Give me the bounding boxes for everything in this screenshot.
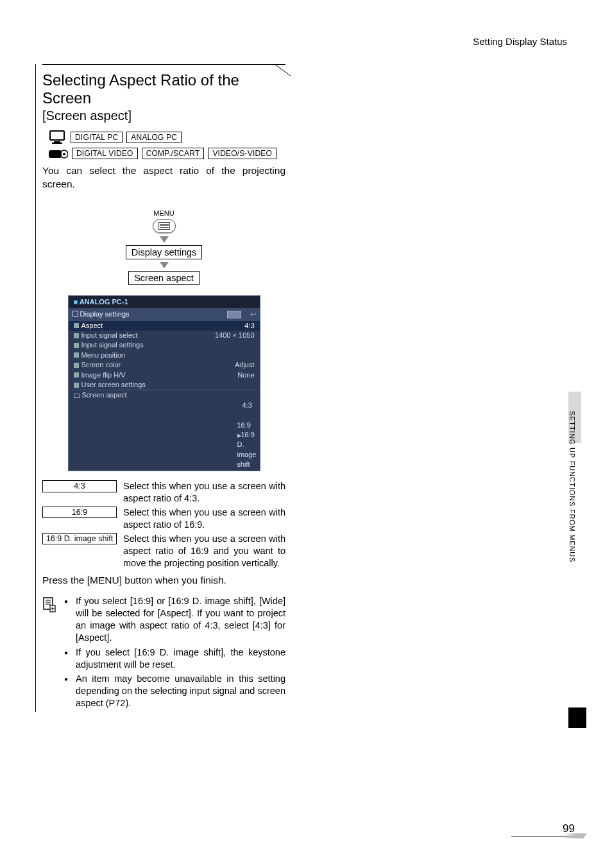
svg-rect-4 [52,143,62,144]
note-item: If you select [16:9 D. image shift], the… [64,647,285,671]
option-tag: 16:9 [42,507,117,518]
svg-line-1 [275,64,291,76]
osd-option: 16:9 [74,410,255,430]
tag-comp-scart: COMP./SCART [142,148,205,159]
camcorder-icon [49,148,68,159]
osd-tab-icon [227,311,241,318]
main-column: Selecting Aspect Ratio of the Screen [Sc… [35,64,292,712]
flow-step-1: Display settings [126,245,203,259]
osd-return-icon: ↩ [250,309,256,319]
tag-video-svideo: VIDEO/S-VIDEO [208,148,276,159]
tag-digital-video: DIGITAL VIDEO [72,148,138,159]
option-desc: Select this when you use a screen with a… [123,533,285,569]
osd-sub-options: 4:316:9▶16:9 D. image shift [69,401,260,471]
option-desc: Select this when you use a screen with a… [123,480,285,505]
menu-button-icon [153,219,176,233]
note-block: If you select [16:9] or [16:9 D. image s… [42,595,285,712]
osd-screenshot: ■ ANALOG PC-1 Display settings ↩ Aspect4… [68,295,260,472]
title-wrap: Selecting Aspect Ratio of the Screen [42,64,285,108]
osd-tab-row: Display settings ↩ [69,308,260,320]
section-subtitle: [Screen aspect] [42,108,285,127]
option-tag: 4:3 [42,480,117,492]
option-row: 16:9 D. image shiftSelect this when you … [42,533,285,569]
signal-row-video: DIGITAL VIDEO COMP./SCART VIDEO/S-VIDEO [42,148,285,159]
osd-row: Input signal select1400 × 1050 [69,331,260,340]
option-row: 16:9Select this when you use a screen wi… [42,507,285,531]
note-item: An item may become unavailable in this s… [64,673,285,709]
option-desc: Select this when you use a screen with a… [123,507,285,531]
tag-analog-pc: ANALOG PC [126,132,182,143]
monitor-icon [49,130,67,145]
option-tag: 16:9 D. image shift [42,533,117,544]
osd-body: Aspect4:3Input signal select1400 × 1050I… [69,321,260,390]
down-arrow-icon [160,262,169,268]
option-row: 4:3Select this when you use a screen wit… [42,480,285,505]
osd-row: Screen colorAdjust [69,360,260,370]
svg-rect-5 [49,150,62,158]
finish-text: Press the [MENU] button when you finish. [42,574,285,587]
osd-row: Aspect4:3 [69,321,260,331]
down-arrow-icon [160,236,169,243]
osd-source: ■ ANALOG PC-1 [69,296,260,308]
breadcrumb: Setting Display Status [473,36,567,47]
title-corner-decoration [246,64,291,90]
svg-point-7 [63,153,65,155]
note-item: If you select [16:9] or [16:9 D. image s… [64,595,285,643]
side-index-tab [568,707,586,728]
osd-row: Input signal settings [69,340,260,350]
menu-flow: MENU Display settings Screen aspect [42,209,285,285]
menu-label: MENU [153,209,174,217]
osd-row: Image flip H/VNone [69,370,260,380]
note-list: If you select [16:9] or [16:9 D. image s… [64,595,285,712]
side-tab-text: SETTING UP FUNCTIONS FROM MENUS [568,411,576,562]
side-tab: SETTING UP FUNCTIONS FROM MENUS [568,411,581,578]
tag-digital-pc: DIGITAL PC [71,132,123,143]
osd-row: Menu position [69,351,260,360]
osd-row: User screen settings [69,380,260,390]
page-accent [561,833,587,838]
svg-rect-3 [54,141,60,143]
intro-text: You can select the aspect ratio of the p… [42,164,285,191]
osd-option: 4:3 [74,401,255,410]
osd-option: ▶16:9 D. image shift [74,430,255,470]
svg-rect-2 [50,131,64,140]
osd-row-screen-aspect: Screen aspect [69,390,260,400]
flow-step-2: Screen aspect [128,271,200,285]
option-definitions: 4:3Select this when you use a screen wit… [42,480,285,569]
note-icon [42,595,56,712]
signal-row-pc: DIGITAL PC ANALOG PC [42,130,285,145]
